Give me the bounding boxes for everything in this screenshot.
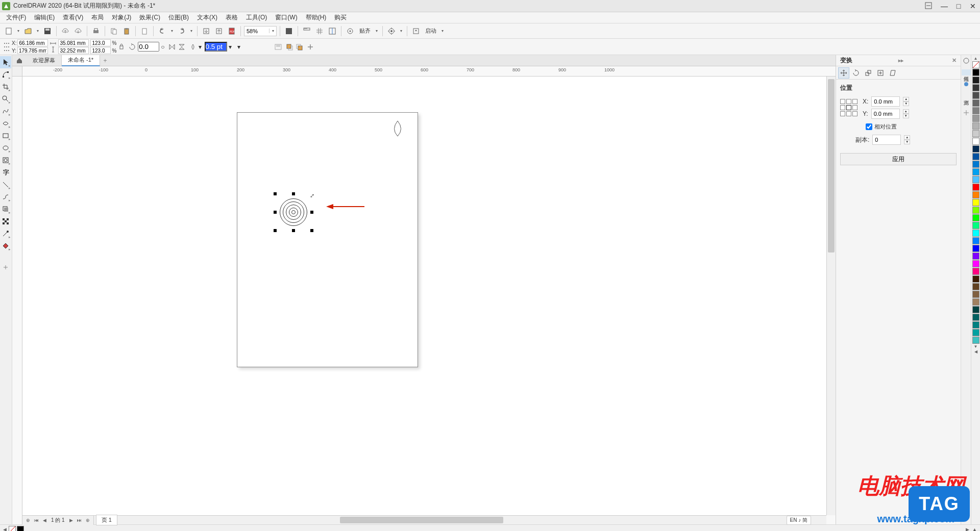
vertical-ruler[interactable] — [12, 77, 22, 524]
polygon-tool[interactable]: ▸ — [0, 154, 11, 166]
pick-tool[interactable]: ▸ — [0, 56, 11, 68]
minimize-icon[interactable]: — — [939, 2, 949, 10]
new-button[interactable] — [3, 26, 14, 37]
cloud-upload-button[interactable] — [60, 26, 71, 37]
parallel-dim-tool[interactable]: ▸ — [0, 179, 11, 191]
transform-position-tab[interactable] — [838, 67, 849, 79]
swatch[interactable] — [972, 245, 979, 252]
swatch[interactable] — [972, 260, 979, 267]
freehand-tool[interactable]: ▸ — [0, 105, 11, 117]
anchor-br[interactable] — [852, 111, 857, 116]
snap-dropdown[interactable]: ▾ — [374, 26, 379, 37]
transform-skew-tab[interactable] — [887, 67, 898, 79]
options-dropdown[interactable]: ▾ — [399, 26, 404, 37]
selected-object[interactable]: ↕ — [275, 194, 312, 231]
swatch[interactable] — [972, 92, 979, 99]
menu-window[interactable]: 窗口(W) — [271, 12, 301, 23]
side-tab-browse[interactable]: 浏览 — [962, 93, 971, 99]
swatch[interactable] — [972, 314, 979, 321]
lock-ratio-button[interactable] — [118, 42, 125, 52]
palette-down-icon[interactable]: ▼ — [972, 344, 979, 349]
open-button[interactable] — [22, 26, 34, 37]
handle-mr[interactable] — [310, 211, 313, 214]
cloud-download-button[interactable] — [72, 26, 84, 37]
fill-swatch-none[interactable] — [9, 526, 16, 532]
menu-buy[interactable]: 购买 — [330, 12, 351, 23]
vscroll-thumb[interactable] — [828, 79, 835, 252]
home-tab[interactable] — [12, 55, 27, 66]
launcher-dropdown[interactable]: ▾ — [440, 26, 445, 37]
handle-tc[interactable] — [292, 192, 295, 195]
options-button[interactable] — [386, 26, 397, 37]
tab-doc1[interactable]: 未命名 -1* — [62, 55, 100, 66]
docker-x-input[interactable] — [871, 96, 900, 107]
swatch[interactable] — [972, 122, 979, 130]
swatch[interactable] — [972, 298, 979, 306]
print-button[interactable] — [90, 26, 102, 37]
zoom-dropdown-icon[interactable]: ▾ — [269, 29, 276, 33]
anchor-ml[interactable] — [840, 105, 845, 110]
palette-up-icon[interactable]: ▲ — [972, 56, 979, 61]
page-prev-button[interactable]: ⏮ — [33, 518, 40, 523]
show-rulers-button[interactable] — [301, 26, 312, 37]
menu-help[interactable]: 帮助(H) — [302, 12, 331, 23]
mirror-v-button[interactable] — [178, 43, 186, 51]
menu-effect[interactable]: 效果(C) — [135, 12, 164, 23]
swatch[interactable] — [972, 138, 979, 145]
anchor-bl[interactable] — [840, 111, 845, 116]
anchor-tc[interactable] — [846, 99, 851, 104]
rotate-input[interactable] — [138, 42, 159, 52]
palette-left-icon[interactable]: ◀ — [2, 527, 8, 532]
shape-tool[interactable]: ▸ — [0, 68, 11, 81]
lang-indicator[interactable]: EN ♪ 简 — [787, 516, 811, 525]
outline-width-dropdown-icon[interactable]: ▾ — [229, 43, 232, 50]
anchor-tl[interactable] — [840, 99, 845, 104]
handle-bl[interactable] — [274, 229, 277, 232]
snap-label[interactable]: 贴齐 — [357, 27, 373, 35]
maximize-icon[interactable]: □ — [953, 2, 964, 10]
add-button[interactable] — [306, 43, 314, 51]
zoom-tool[interactable]: ▸ — [0, 93, 11, 105]
outline-width-combo[interactable]: ▾ — [205, 42, 232, 52]
swatch[interactable] — [972, 153, 979, 160]
handle-ml[interactable] — [274, 211, 277, 214]
transform-rotate-tab[interactable] — [850, 67, 862, 79]
page-1-tab[interactable]: 页 1 — [96, 515, 117, 525]
undo-button[interactable] — [157, 26, 168, 37]
swatch[interactable] — [972, 184, 979, 191]
to-front-button[interactable] — [285, 43, 293, 51]
horizontal-ruler[interactable]: -200 -100 0 100 200 300 400 500 600 700 … — [22, 66, 836, 77]
docker-y-input[interactable] — [871, 109, 900, 119]
swatch[interactable] — [972, 84, 979, 91]
swatch[interactable] — [972, 176, 979, 183]
launcher-label[interactable]: 启动 — [423, 27, 438, 35]
swatch[interactable] — [972, 252, 979, 260]
handle-br[interactable] — [310, 229, 313, 232]
swatch[interactable] — [972, 306, 979, 313]
swatch[interactable] — [972, 191, 979, 198]
fullscreen-button[interactable] — [283, 26, 295, 37]
help-window-icon[interactable] — [925, 2, 935, 10]
wrap-text-button[interactable] — [274, 43, 282, 51]
swatch[interactable] — [972, 161, 979, 168]
swatch[interactable] — [972, 237, 979, 244]
menu-edit[interactable]: 编辑(E) — [30, 12, 59, 23]
menu-table[interactable]: 表格 — [222, 12, 242, 23]
height-input[interactable] — [58, 47, 89, 54]
transparency-tool[interactable] — [0, 215, 11, 227]
show-grid-button[interactable] — [314, 26, 325, 37]
swatch[interactable] — [972, 130, 979, 137]
new-dropdown[interactable]: ▾ — [16, 26, 21, 37]
swatch[interactable] — [972, 329, 979, 336]
handle-tl[interactable] — [274, 192, 277, 195]
anchor-grid[interactable] — [840, 99, 857, 116]
side-tab-add[interactable] — [963, 109, 970, 116]
x-input[interactable] — [17, 39, 48, 46]
menu-bitmap[interactable]: 位图(B) — [164, 12, 193, 23]
publish-pdf-button[interactable]: PDF — [226, 26, 237, 37]
menu-tools[interactable]: 工具(O) — [242, 12, 271, 23]
mirror-h-button[interactable] — [168, 43, 176, 51]
swatch-none[interactable] — [972, 61, 979, 68]
page-first-button[interactable]: ⊕ — [24, 518, 32, 523]
y-input[interactable] — [17, 47, 48, 54]
